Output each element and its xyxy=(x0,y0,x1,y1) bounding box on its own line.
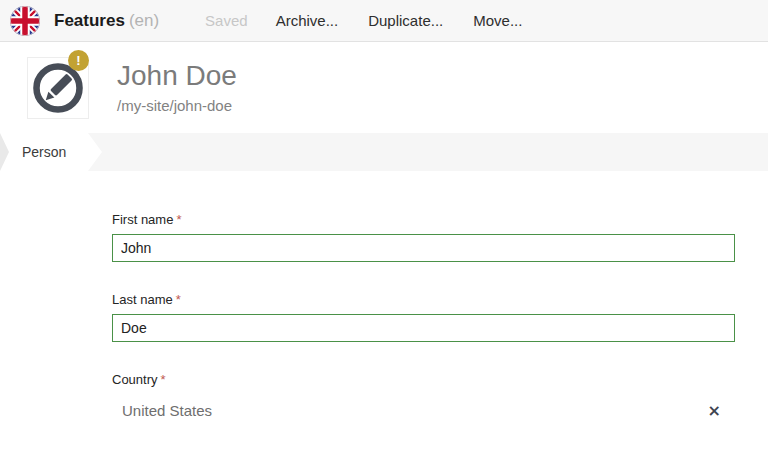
tab-person[interactable]: Person xyxy=(0,133,102,171)
last-name-label-text: Last name xyxy=(112,292,173,307)
country-field-group: Country* United States × xyxy=(112,372,735,419)
move-menu-item[interactable]: Move... xyxy=(473,12,522,29)
locale-label: (en) xyxy=(129,11,159,30)
last-name-input[interactable] xyxy=(112,314,735,342)
first-name-label: First name* xyxy=(112,212,735,227)
tab-strip: Person xyxy=(0,133,768,171)
page-slug: /my-site/john-doe xyxy=(117,97,232,114)
required-asterisk: * xyxy=(176,292,181,307)
country-select[interactable]: United States × xyxy=(112,394,735,419)
save-status-button[interactable]: Saved xyxy=(205,12,248,29)
top-bar: Features(en) Saved Archive... Duplicate.… xyxy=(0,0,768,42)
archive-menu-item[interactable]: Archive... xyxy=(276,12,339,29)
context-menu: Archive... Duplicate... Move... xyxy=(276,12,523,29)
warning-badge-icon: ! xyxy=(68,50,89,71)
last-name-label: Last name* xyxy=(112,292,735,307)
tab-person-label: Person xyxy=(22,144,66,160)
person-form: First name* Last name* Country* United S… xyxy=(112,212,735,419)
context-title-text: Features xyxy=(54,11,125,30)
country-label: Country* xyxy=(112,372,735,387)
country-selected-value: United States xyxy=(122,402,212,419)
uk-flag-icon xyxy=(10,6,40,36)
country-label-text: Country xyxy=(112,372,158,387)
duplicate-menu-item[interactable]: Duplicate... xyxy=(368,12,443,29)
context-title: Features(en) xyxy=(54,11,159,31)
last-name-field-group: Last name* xyxy=(112,292,735,342)
first-name-input[interactable] xyxy=(112,234,735,262)
document-header: ! John Doe /my-site/john-doe xyxy=(0,42,768,132)
page-title: John Doe xyxy=(117,60,237,92)
clear-selection-icon[interactable]: × xyxy=(708,403,721,419)
first-name-label-text: First name xyxy=(112,212,173,227)
required-asterisk: * xyxy=(176,212,181,227)
first-name-field-group: First name* xyxy=(112,212,735,262)
required-asterisk: * xyxy=(161,372,166,387)
